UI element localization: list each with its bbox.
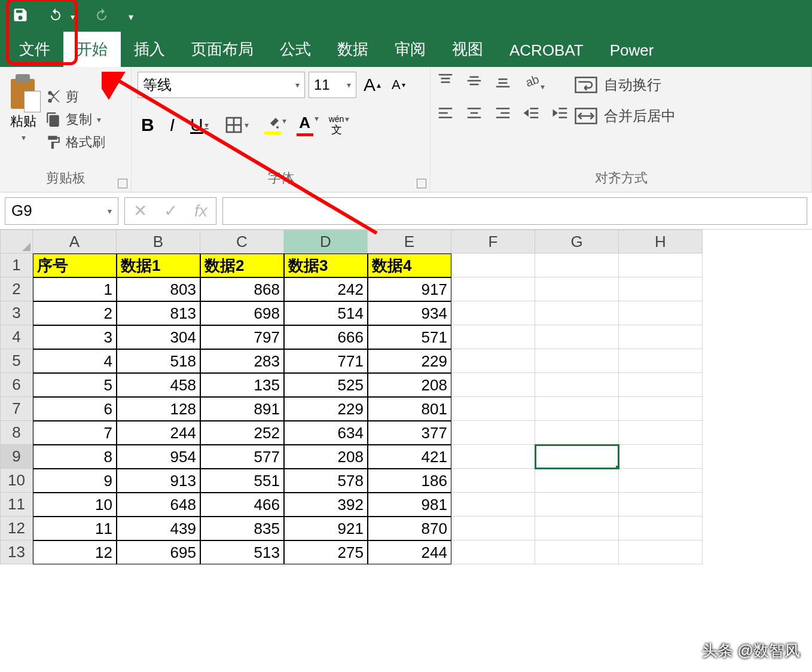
increase-indent-button[interactable] xyxy=(551,104,569,124)
cell-E4[interactable]: 571 xyxy=(368,325,451,349)
cell-F4[interactable] xyxy=(451,325,535,349)
tab-file[interactable]: 文件 xyxy=(6,32,63,67)
align-middle-button[interactable] xyxy=(465,72,483,92)
cell-H13[interactable] xyxy=(619,540,703,564)
cell-C3[interactable]: 698 xyxy=(200,301,284,325)
column-header-C[interactable]: C xyxy=(200,230,284,253)
cell-E10[interactable]: 186 xyxy=(368,469,451,493)
cell-C6[interactable]: 135 xyxy=(200,373,284,397)
cell-B4[interactable]: 304 xyxy=(117,325,200,349)
cell-C5[interactable]: 283 xyxy=(200,349,284,373)
cell-D9[interactable]: 208 xyxy=(284,445,368,469)
column-header-H[interactable]: H xyxy=(619,230,703,253)
cell-D5[interactable]: 771 xyxy=(284,349,368,373)
cell-E8[interactable]: 377 xyxy=(368,421,451,445)
cell-A3[interactable]: 2 xyxy=(33,301,117,325)
cell-H9[interactable] xyxy=(619,445,703,469)
cell-C10[interactable]: 551 xyxy=(200,469,284,493)
cell-A11[interactable]: 10 xyxy=(33,493,117,517)
row-header-5[interactable]: 5 xyxy=(0,349,33,373)
cell-B5[interactable]: 518 xyxy=(117,349,200,373)
row-header-1[interactable]: 1 xyxy=(0,253,33,277)
cell-G10[interactable] xyxy=(535,469,619,493)
cell-G7[interactable] xyxy=(535,397,619,421)
paste-dropdown-icon[interactable]: ▾ xyxy=(22,133,26,142)
cell-D13[interactable]: 275 xyxy=(284,540,368,564)
cell-D6[interactable]: 525 xyxy=(284,373,368,397)
paste-button[interactable]: 粘贴 ▾ xyxy=(6,72,41,167)
orientation-button[interactable]: ab▾ xyxy=(523,72,545,92)
cell-D12[interactable]: 921 xyxy=(284,517,368,540)
cell-B10[interactable]: 913 xyxy=(117,469,200,493)
cell-A2[interactable]: 1 xyxy=(33,277,117,301)
row-header-8[interactable]: 8 xyxy=(0,421,33,445)
row-header-11[interactable]: 11 xyxy=(0,493,33,517)
cell-G12[interactable] xyxy=(535,517,619,540)
font-size-select[interactable]: 11 ▾ xyxy=(309,72,356,98)
cell-B7[interactable]: 128 xyxy=(117,397,200,421)
align-bottom-button[interactable] xyxy=(494,72,512,92)
cell-A10[interactable]: 9 xyxy=(33,469,117,493)
cell-F10[interactable] xyxy=(451,469,535,493)
customize-qat-icon[interactable]: ▾ xyxy=(129,11,133,23)
cell-E3[interactable]: 934 xyxy=(368,301,451,325)
cell-D3[interactable]: 514 xyxy=(284,301,368,325)
cell-G5[interactable] xyxy=(535,349,619,373)
shrink-font-button[interactable]: A▾ xyxy=(388,76,409,94)
cell-D8[interactable]: 634 xyxy=(284,421,368,445)
cell-F2[interactable] xyxy=(451,277,535,301)
cell-C11[interactable]: 466 xyxy=(200,493,284,517)
row-header-2[interactable]: 2 xyxy=(0,277,33,301)
cancel-formula-icon[interactable]: ✕ xyxy=(133,201,147,221)
accept-formula-icon[interactable]: ✓ xyxy=(164,201,178,221)
cell-H10[interactable] xyxy=(619,469,703,493)
cell-C12[interactable]: 835 xyxy=(200,517,284,540)
cell-E6[interactable]: 208 xyxy=(368,373,451,397)
underline-button[interactable]: U▾ xyxy=(187,114,212,136)
cell-G2[interactable] xyxy=(535,277,619,301)
tab-layout[interactable]: 页面布局 xyxy=(178,32,267,67)
align-left-button[interactable] xyxy=(436,104,454,124)
cell-F6[interactable] xyxy=(451,373,535,397)
cell-G4[interactable] xyxy=(535,325,619,349)
phonetic-button[interactable]: wén 文 ▾ xyxy=(325,114,348,136)
cell-D2[interactable]: 242 xyxy=(284,277,368,301)
cell-F7[interactable] xyxy=(451,397,535,421)
redo-icon[interactable] xyxy=(93,8,111,26)
tab-formula[interactable]: 公式 xyxy=(267,32,324,67)
cell-E5[interactable]: 229 xyxy=(368,349,451,373)
cell-F11[interactable] xyxy=(451,493,535,517)
cell-H12[interactable] xyxy=(619,517,703,540)
cell-A5[interactable]: 4 xyxy=(33,349,117,373)
cell-E2[interactable]: 917 xyxy=(368,277,451,301)
cell-G11[interactable] xyxy=(535,493,619,517)
cell-G13[interactable] xyxy=(535,540,619,564)
cell-D7[interactable]: 229 xyxy=(284,397,368,421)
row-header-6[interactable]: 6 xyxy=(0,373,33,397)
cell-H6[interactable] xyxy=(619,373,703,397)
cell-E11[interactable]: 981 xyxy=(368,493,451,517)
cell-A9[interactable]: 8 xyxy=(33,445,117,469)
cell-A12[interactable]: 11 xyxy=(33,517,117,540)
cell-C9[interactable]: 577 xyxy=(200,445,284,469)
row-header-12[interactable]: 12 xyxy=(0,517,33,540)
cell-C1[interactable]: 数据2 xyxy=(200,253,284,277)
cell-B3[interactable]: 813 xyxy=(117,301,200,325)
cell-F8[interactable] xyxy=(451,421,535,445)
cell-A4[interactable]: 3 xyxy=(33,325,117,349)
cell-A8[interactable]: 7 xyxy=(33,421,117,445)
cell-G8[interactable] xyxy=(535,421,619,445)
decrease-indent-button[interactable] xyxy=(523,104,541,124)
undo-icon[interactable] xyxy=(47,8,65,26)
column-header-G[interactable]: G xyxy=(535,230,619,253)
cell-G1[interactable] xyxy=(535,253,619,277)
clipboard-dialog-launcher-icon[interactable] xyxy=(118,179,127,188)
column-header-B[interactable]: B xyxy=(117,230,200,253)
name-box[interactable]: G9 ▾ xyxy=(5,197,118,225)
cell-C13[interactable]: 513 xyxy=(200,540,284,564)
cell-F9[interactable] xyxy=(451,445,535,469)
cell-H5[interactable] xyxy=(619,349,703,373)
cell-E13[interactable]: 244 xyxy=(368,540,451,564)
wrap-text-button[interactable]: 自动换行 xyxy=(574,75,676,94)
tab-review[interactable]: 审阅 xyxy=(381,32,439,67)
